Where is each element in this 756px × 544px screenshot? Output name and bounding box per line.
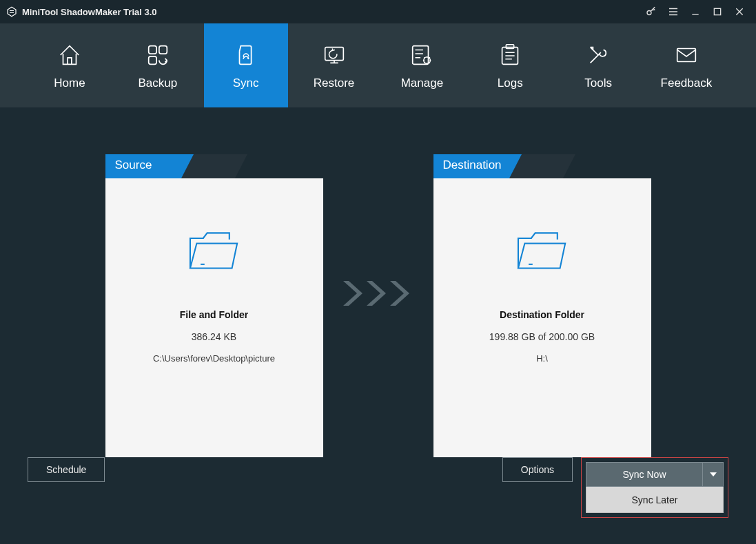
main-nav: Home Backup Sync Restore Manage Logs T — [0, 23, 756, 107]
maximize-button[interactable] — [706, 0, 728, 23]
options-button[interactable]: Options — [502, 457, 573, 482]
nav-tools[interactable]: Tools — [556, 23, 640, 107]
nav-sync[interactable]: Sync — [204, 23, 288, 107]
arrow-icon — [323, 154, 433, 308]
close-button[interactable] — [728, 0, 750, 23]
svg-rect-10 — [677, 49, 696, 62]
tools-icon — [585, 41, 611, 70]
minimize-button[interactable] — [684, 0, 706, 23]
svg-rect-6 — [413, 46, 429, 65]
sync-icon — [233, 41, 259, 70]
svg-rect-4 — [149, 56, 156, 64]
nav-home[interactable]: Home — [28, 23, 112, 107]
svg-rect-3 — [159, 46, 167, 54]
key-icon[interactable] — [640, 0, 662, 23]
folder-icon — [185, 225, 244, 278]
menu-icon[interactable] — [662, 0, 684, 23]
nav-label: Restore — [314, 76, 355, 90]
nav-label: Home — [54, 76, 85, 90]
destination-path: H:\ — [536, 353, 548, 364]
svg-rect-9 — [507, 45, 514, 49]
sync-dropdown-group: Sync Now Sync Later — [581, 457, 728, 518]
manage-icon — [409, 41, 435, 70]
nav-feedback[interactable]: Feedback — [644, 23, 728, 107]
sync-now-button[interactable]: Sync Now — [586, 462, 703, 487]
svg-point-0 — [647, 11, 651, 15]
svg-rect-2 — [149, 46, 156, 54]
backup-icon — [145, 41, 171, 70]
header-corner — [194, 154, 235, 178]
titlebar: MiniTool ShadowMaker Trial 3.0 — [0, 0, 756, 23]
nav-logs[interactable]: Logs — [468, 23, 552, 107]
sync-later-option[interactable]: Sync Later — [586, 487, 724, 513]
restore-icon — [321, 41, 347, 70]
source-panel: Source File and Folder 386.24 KB C:\User… — [105, 154, 323, 457]
nav-label: Feedback — [661, 76, 713, 90]
source-size: 386.24 KB — [192, 331, 236, 342]
destination-size: 199.88 GB of 200.00 GB — [489, 331, 595, 342]
source-card[interactable]: File and Folder 386.24 KB C:\Users\forev… — [105, 178, 323, 457]
svg-rect-1 — [714, 8, 720, 14]
nav-label: Sync — [233, 76, 259, 90]
header-corner — [522, 154, 563, 178]
destination-panel: Destination Destination Folder 199.88 GB… — [433, 154, 651, 457]
nav-backup[interactable]: Backup — [116, 23, 200, 107]
feedback-icon — [673, 41, 699, 70]
source-title: File and Folder — [180, 309, 249, 320]
main-area: Source File and Folder 386.24 KB C:\User… — [0, 107, 756, 544]
app-logo-icon — [6, 6, 18, 18]
bottom-bar: Schedule Options Sync Now Sync Later — [0, 457, 756, 518]
app-title: MiniTool ShadowMaker Trial 3.0 — [22, 7, 157, 17]
destination-title: Destination Folder — [500, 309, 584, 320]
logs-icon — [497, 41, 523, 70]
nav-label: Backup — [138, 76, 177, 90]
folder-icon — [513, 225, 572, 278]
home-icon — [57, 41, 83, 70]
nav-label: Manage — [401, 76, 443, 90]
source-path: C:\Users\forev\Desktop\picture — [153, 353, 275, 364]
schedule-button[interactable]: Schedule — [28, 457, 105, 482]
destination-card[interactable]: Destination Folder 199.88 GB of 200.00 G… — [433, 178, 651, 457]
sync-dropdown-toggle[interactable] — [703, 462, 724, 487]
nav-manage[interactable]: Manage — [380, 23, 464, 107]
nav-restore[interactable]: Restore — [292, 23, 376, 107]
nav-label: Logs — [498, 76, 523, 90]
nav-label: Tools — [584, 76, 612, 90]
